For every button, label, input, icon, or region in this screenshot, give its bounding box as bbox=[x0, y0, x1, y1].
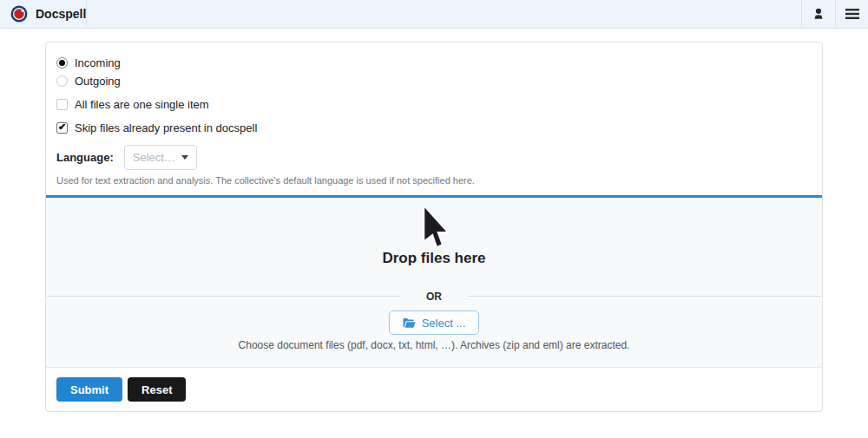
main-menu-button[interactable] bbox=[835, 0, 868, 28]
checkbox-skip-duplicates-control[interactable]: ✔ bbox=[56, 122, 68, 134]
language-help-text: Used for text extraction and analysis. T… bbox=[56, 175, 812, 186]
radio-incoming[interactable]: Incoming bbox=[56, 54, 812, 71]
user-menu-button[interactable] bbox=[801, 0, 835, 28]
navbar-spacer bbox=[87, 0, 801, 28]
upload-settings-form: Incoming Outgoing ✔ All files are one si… bbox=[46, 42, 822, 195]
reset-button[interactable]: Reset bbox=[128, 377, 186, 402]
checkbox-single-item-label: All files are one single item bbox=[75, 98, 209, 111]
select-files-button-label: Select ... bbox=[422, 317, 466, 330]
dropzone-hint: Choose document files (pdf, docx, txt, h… bbox=[46, 339, 822, 351]
checkbox-single-item-control[interactable]: ✔ bbox=[56, 99, 68, 110]
submit-button[interactable]: Submit bbox=[56, 377, 122, 402]
brand-title: Docspell bbox=[36, 7, 86, 21]
caret-down-icon bbox=[181, 155, 188, 160]
checkbox-skip-duplicates-label: Skip files already present in docspell bbox=[75, 121, 257, 134]
docspell-logo-icon bbox=[10, 4, 29, 23]
radio-incoming-label: Incoming bbox=[75, 56, 121, 69]
radio-incoming-control[interactable] bbox=[56, 57, 68, 69]
language-select-placeholder: Select… bbox=[133, 151, 178, 164]
card-footer: Submit Reset bbox=[46, 367, 822, 411]
mouse-cursor-icon bbox=[423, 206, 446, 252]
brand-link[interactable]: Docspell bbox=[0, 0, 87, 28]
radio-outgoing[interactable]: Outgoing bbox=[56, 72, 812, 89]
checkbox-single-item[interactable]: ✔ All files are one single item bbox=[56, 95, 812, 113]
upload-card: Incoming Outgoing ✔ All files are one si… bbox=[45, 42, 823, 412]
or-divider: OR bbox=[46, 291, 822, 302]
divider-line-left bbox=[47, 296, 400, 297]
radio-outgoing-label: Outgoing bbox=[75, 75, 121, 88]
folder-open-icon bbox=[403, 317, 416, 329]
file-dropzone[interactable]: Drop files here OR Select ... Choose doc… bbox=[46, 195, 822, 367]
language-select[interactable]: Select… bbox=[124, 145, 197, 170]
radio-outgoing-control[interactable] bbox=[56, 75, 68, 87]
language-row: Language: Select… bbox=[56, 145, 812, 170]
select-files-button[interactable]: Select ... bbox=[389, 311, 480, 335]
hamburger-icon bbox=[845, 8, 859, 20]
navbar: Docspell bbox=[0, 0, 868, 29]
checkbox-skip-duplicates[interactable]: ✔ Skip files already present in docspell bbox=[56, 119, 812, 136]
divider-line-right bbox=[468, 296, 821, 297]
user-icon bbox=[812, 7, 825, 21]
or-label: OR bbox=[426, 291, 442, 303]
language-label: Language: bbox=[56, 151, 114, 164]
